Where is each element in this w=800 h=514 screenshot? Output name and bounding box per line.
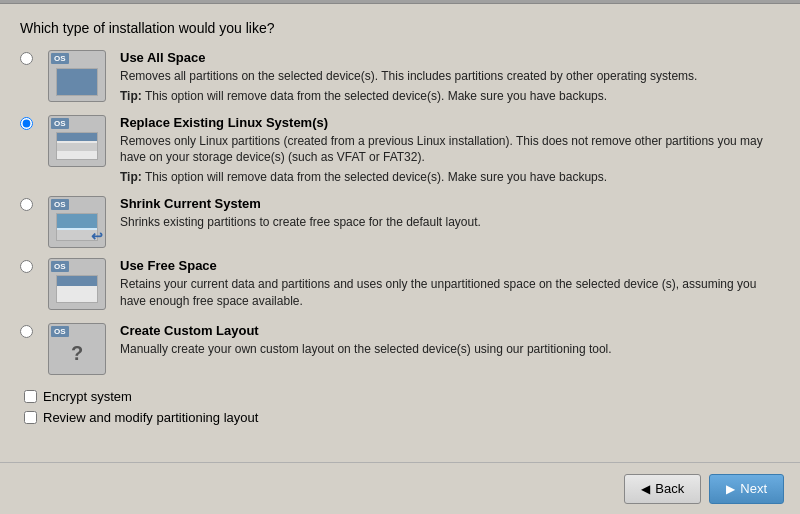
option-tip-use-all-space: Tip: This option will remove data from t… (120, 88, 780, 105)
back-button[interactable]: ◀ Back (624, 474, 701, 504)
option-desc-use-all-space: Removes all partitions on the selected d… (120, 68, 780, 85)
radio-use-all-space[interactable] (20, 52, 33, 65)
option-desc-shrink-current: Shrinks existing partitions to create fr… (120, 214, 780, 231)
option-content-create-custom: Create Custom LayoutManually create your… (120, 323, 780, 361)
option-title-use-all-space: Use All Space (120, 50, 780, 65)
option-title-shrink-current: Shrink Current System (120, 196, 780, 211)
option-row-use-all-space: OSUse All SpaceRemoves all partitions on… (20, 50, 780, 105)
icon-use-all-space: OS (48, 50, 112, 102)
option-row-replace-existing: OSReplace Existing Linux System(s)Remove… (20, 115, 780, 186)
next-button[interactable]: ▶ Next (709, 474, 784, 504)
checkbox-review[interactable] (24, 411, 37, 424)
option-content-use-free-space: Use Free SpaceRetains your current data … (120, 258, 780, 313)
next-icon: ▶ (726, 482, 735, 496)
option-row-shrink-current: OS↩Shrink Current SystemShrinks existing… (20, 196, 780, 248)
page-question: Which type of installation would you lik… (20, 20, 780, 36)
option-tip-replace-existing: Tip: This option will remove data from t… (120, 169, 780, 186)
checkbox-encrypt[interactable] (24, 390, 37, 403)
next-label: Next (740, 481, 767, 496)
checkbox-label-encrypt: Encrypt system (43, 389, 132, 404)
option-title-create-custom: Create Custom Layout (120, 323, 780, 338)
option-content-replace-existing: Replace Existing Linux System(s)Removes … (120, 115, 780, 186)
icon-shrink-current: OS↩ (48, 196, 112, 248)
option-row-create-custom: OS?Create Custom LayoutManually create y… (20, 323, 780, 375)
option-content-shrink-current: Shrink Current SystemShrinks existing pa… (120, 196, 780, 234)
option-desc-create-custom: Manually create your own custom layout o… (120, 341, 780, 358)
option-desc-use-free-space: Retains your current data and partitions… (120, 276, 780, 310)
back-icon: ◀ (641, 482, 650, 496)
radio-replace-existing[interactable] (20, 117, 33, 130)
radio-use-free-space[interactable] (20, 260, 33, 273)
option-content-use-all-space: Use All SpaceRemoves all partitions on t… (120, 50, 780, 105)
option-desc-replace-existing: Removes only Linux partitions (created f… (120, 133, 780, 167)
icon-replace-existing: OS (48, 115, 112, 167)
option-title-replace-existing: Replace Existing Linux System(s) (120, 115, 780, 130)
icon-use-free-space: OS (48, 258, 112, 310)
option-row-use-free-space: OSUse Free SpaceRetains your current dat… (20, 258, 780, 313)
back-label: Back (655, 481, 684, 496)
radio-shrink-current[interactable] (20, 198, 33, 211)
checkbox-row-review: Review and modify partitioning layout (24, 410, 780, 425)
icon-create-custom: OS? (48, 323, 112, 375)
option-title-use-free-space: Use Free Space (120, 258, 780, 273)
checkbox-label-review: Review and modify partitioning layout (43, 410, 258, 425)
checkbox-row-encrypt: Encrypt system (24, 389, 780, 404)
radio-create-custom[interactable] (20, 325, 33, 338)
